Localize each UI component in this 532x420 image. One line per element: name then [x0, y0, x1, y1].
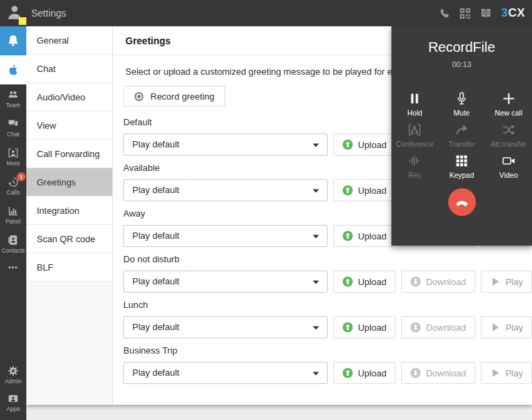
- download-button[interactable]: Download: [401, 362, 475, 384]
- upload-button[interactable]: Upload: [333, 271, 396, 293]
- play-button[interactable]: Play: [481, 362, 532, 384]
- sidebar-item-contacts[interactable]: Contacts: [0, 230, 26, 259]
- notifications-tile[interactable]: [0, 26, 26, 55]
- play-icon: [490, 367, 501, 378]
- greeting-row-dnd: Do not disturb Play default Upload Downl…: [123, 254, 532, 293]
- greeting-row-business-trip: Business Trip Play default Upload Downlo…: [123, 345, 532, 384]
- qr-code-icon[interactable]: [459, 8, 471, 19]
- team-icon: [8, 89, 19, 100]
- hangup-button[interactable]: [448, 188, 476, 216]
- record-greeting-button[interactable]: Record greeting: [123, 86, 225, 107]
- mute-button[interactable]: Mute: [438, 92, 486, 117]
- download-icon: [410, 322, 421, 333]
- call-controls: Hold Mute New call Conference Transfer A…: [391, 92, 532, 179]
- menu-item-general[interactable]: General: [26, 26, 112, 55]
- greeting-select-default[interactable]: Play default: [123, 134, 328, 156]
- menu-item-view[interactable]: View: [26, 111, 112, 140]
- status-away-badge: [19, 17, 26, 25]
- menu-item-chat[interactable]: Chat: [26, 55, 112, 83]
- apps-icon: [8, 393, 19, 404]
- sidebar-more-button[interactable]: •••: [0, 259, 26, 275]
- menu-item-integration[interactable]: Integration: [26, 197, 112, 225]
- upload-icon: [342, 230, 353, 241]
- contacts-book-icon: [8, 235, 19, 246]
- conference-button[interactable]: Conference: [391, 123, 438, 148]
- settings-menu: General Chat Audio/Video View Call Forwa…: [26, 26, 113, 405]
- apple-app-tile[interactable]: [0, 55, 26, 84]
- chevron-down-icon: [312, 371, 319, 376]
- transfer-button[interactable]: Transfer: [438, 123, 486, 148]
- plus-icon: [502, 92, 515, 105]
- chevron-down-icon: [312, 188, 319, 194]
- upload-icon: [342, 367, 353, 378]
- pause-icon: [408, 92, 421, 105]
- menu-item-greetings[interactable]: Greetings: [26, 168, 112, 197]
- upload-icon: [342, 139, 353, 150]
- active-call-panel: RecordFile 00:13 Hold Mute New call Conf…: [391, 26, 532, 246]
- bell-icon: [6, 34, 20, 48]
- microphone-icon: [455, 92, 468, 105]
- greeting-select-business-trip[interactable]: Play default: [123, 362, 328, 384]
- conference-icon: [408, 123, 421, 136]
- 3cx-logo: 3CX: [501, 6, 525, 20]
- greeting-select-available[interactable]: Play default: [123, 179, 328, 201]
- upload-button[interactable]: Upload: [333, 316, 396, 338]
- greeting-select-lunch[interactable]: Play default: [123, 316, 328, 338]
- keypad-grid-icon: [455, 154, 468, 167]
- topbar-actions: 3CX: [438, 0, 525, 26]
- upload-button[interactable]: Upload: [333, 134, 396, 156]
- upload-icon: [342, 185, 353, 196]
- play-button[interactable]: Play: [481, 316, 532, 338]
- chevron-down-icon: [312, 325, 319, 331]
- video-button[interactable]: Video: [485, 154, 532, 179]
- menu-item-scan-qr-code[interactable]: Scan QR code: [26, 225, 112, 253]
- record-icon: [134, 91, 144, 102]
- new-call-button[interactable]: New call: [485, 92, 532, 117]
- section-title: Greetings: [125, 35, 170, 46]
- chat-bubbles-icon: [8, 118, 19, 129]
- help-book-icon[interactable]: [480, 8, 492, 19]
- upload-icon: [342, 322, 353, 333]
- dialer-phone-icon[interactable]: [438, 8, 450, 19]
- greeting-select-dnd[interactable]: Play default: [123, 271, 328, 293]
- play-button[interactable]: Play: [481, 271, 532, 293]
- upload-button[interactable]: Upload: [333, 225, 396, 247]
- avatar[interactable]: [6, 3, 24, 23]
- video-camera-icon: [502, 154, 515, 167]
- upload-icon: [342, 276, 353, 287]
- sidebar-item-panel[interactable]: Panel: [0, 201, 26, 230]
- greeting-row-lunch: Lunch Play default Upload Download Play: [123, 300, 532, 338]
- att-transfer-button[interactable]: Att.transfer: [485, 123, 532, 148]
- menu-item-blf[interactable]: BLF: [26, 253, 112, 282]
- shuffle-arrows-icon: [502, 123, 515, 136]
- topbar: Settings 3CX: [0, 0, 532, 26]
- rec-button[interactable]: Rec: [391, 154, 438, 179]
- keypad-button[interactable]: Keypad: [438, 154, 486, 179]
- chevron-down-icon: [312, 234, 319, 239]
- download-button[interactable]: Download: [401, 271, 475, 293]
- hold-button[interactable]: Hold: [391, 92, 438, 117]
- greeting-select-away[interactable]: Play default: [123, 225, 328, 247]
- call-timer: 00:13: [391, 60, 532, 69]
- panel-chart-icon: [8, 206, 19, 217]
- sidebar-item-apps[interactable]: Apps: [0, 388, 26, 417]
- upload-button[interactable]: Upload: [333, 179, 396, 201]
- sidebar-item-team[interactable]: Team: [0, 84, 26, 113]
- app-window: Settings 3CX Team Chat Meet 1: [0, 0, 532, 420]
- hangup-phone-icon: [454, 194, 470, 210]
- play-icon: [490, 322, 501, 333]
- menu-item-call-forwarding[interactable]: Call Forwarding: [26, 140, 112, 168]
- upload-button[interactable]: Upload: [333, 362, 396, 384]
- download-icon: [410, 367, 421, 378]
- chevron-down-icon: [312, 143, 319, 148]
- menu-item-audio-video[interactable]: Audio/Video: [26, 83, 112, 111]
- play-icon: [490, 276, 501, 287]
- sidebar-item-admin[interactable]: Admin: [0, 360, 26, 390]
- waveform-icon: [408, 154, 421, 167]
- sidebar-item-chat[interactable]: Chat: [0, 113, 26, 143]
- app-sidebar: Team Chat Meet 1 Calls Panel Contacts ••…: [0, 26, 26, 420]
- gear-icon: [8, 365, 19, 376]
- sidebar-item-calls[interactable]: 1 Calls: [0, 172, 26, 201]
- download-button[interactable]: Download: [401, 316, 475, 338]
- sidebar-item-meet[interactable]: Meet: [0, 143, 26, 172]
